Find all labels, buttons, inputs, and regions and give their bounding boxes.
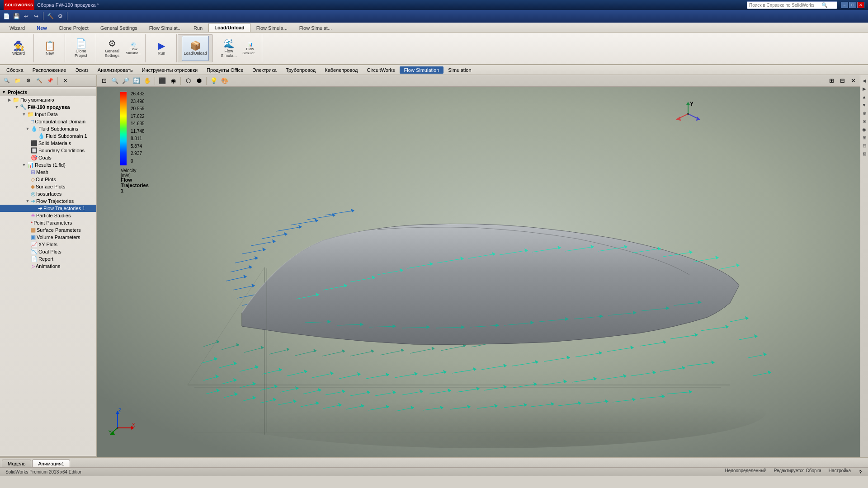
- tree-item-compdomain[interactable]: □ Computational Domain: [0, 118, 96, 125]
- tree-item-isosurfaces[interactable]: ◎ Isosurfaces: [0, 190, 96, 197]
- rotate-view[interactable]: 🔄: [132, 76, 142, 86]
- tab-flow-sim2[interactable]: Flow Simula...: [250, 23, 293, 32]
- redo-button[interactable]: ↪: [32, 12, 41, 21]
- view-orient[interactable]: ◉: [168, 76, 178, 86]
- right-panel-btn6[interactable]: ⊗: [861, 117, 868, 125]
- tree-item-boundary[interactable]: 🔲 Boundary Conditions: [0, 147, 96, 154]
- right-panel-btn1[interactable]: ◀: [861, 77, 868, 84]
- status-settings[interactable]: Настройка: [827, 468, 853, 476]
- load-unload-button[interactable]: 📦 Load/Unload: [182, 36, 209, 61]
- front-view[interactable]: ⬛: [157, 76, 167, 86]
- tree-toolbar-btn2[interactable]: 📁: [13, 76, 23, 86]
- tree-item-mesh[interactable]: ⊞ Mesh: [0, 169, 96, 176]
- help-button[interactable]: ?: [856, 468, 864, 476]
- right-panel-btn9[interactable]: ⊟: [861, 142, 868, 149]
- menu-circuit[interactable]: CircuitWorks: [362, 66, 399, 74]
- sw-logo[interactable]: SOLIDWORKS: [4, 0, 34, 10]
- tree-toolbar-btn4[interactable]: 🔨: [34, 76, 44, 86]
- general-settings-button[interactable]: ⚙ GeneralSettings: [101, 36, 123, 61]
- tree-toolbar-btn1[interactable]: 🔍: [2, 76, 12, 86]
- tree-item-volume-params[interactable]: ▣ Volume Parameters: [0, 234, 96, 241]
- pan-view[interactable]: ✋: [142, 76, 152, 86]
- zoom-out[interactable]: 🔎: [121, 76, 131, 86]
- menu-eskiz[interactable]: Эскиз: [71, 66, 93, 74]
- wizard-button[interactable]: 🧙 Wizard: [7, 36, 30, 61]
- menu-flow-sim[interactable]: Flow Simulation: [400, 66, 444, 74]
- close-button[interactable]: ✕: [857, 2, 864, 8]
- panel-splitter[interactable]: [0, 456, 96, 457]
- tab-model[interactable]: Модель: [2, 460, 31, 467]
- appearance-btn[interactable]: 🎨: [220, 76, 230, 86]
- tree-item-surface-plots[interactable]: ◆ Surface Plots: [0, 183, 96, 190]
- tab-load-unload[interactable]: Load/Unload: [208, 23, 250, 32]
- tree-close-btn[interactable]: ✕: [60, 76, 70, 86]
- tree-item-results[interactable]: ▼ 📊 Results (1.fld): [0, 161, 96, 169]
- tab-flow-sim3[interactable]: Flow Simulat...: [293, 23, 338, 32]
- tree-item-fluid-sub1[interactable]: 💧 Fluid Subdomain 1: [0, 132, 96, 140]
- tree-item-particle[interactable]: ✳ Particle Studies: [0, 212, 96, 219]
- new-project-button[interactable]: 📋 New: [38, 36, 61, 61]
- flow-simula-button[interactable]: 🌊 FlowSimula...: [217, 36, 240, 61]
- menu-sborka[interactable]: Сборка: [2, 66, 28, 74]
- flow-small-btn1[interactable]: 📊 Flow Simulat...: [242, 42, 258, 54]
- right-panel-btn3[interactable]: ▲: [861, 93, 868, 100]
- undo-button[interactable]: ↩: [22, 12, 31, 21]
- search-icon[interactable]: 🔍: [821, 2, 828, 8]
- tab-general[interactable]: General Settings: [94, 23, 143, 32]
- save-button[interactable]: 💾: [12, 12, 21, 21]
- viewport-3d[interactable]: 26.433 23.496 20.559 17.622 14.685 11.74…: [97, 87, 860, 457]
- tree-item-animations[interactable]: ▷ Animations: [0, 263, 96, 270]
- minimize-button[interactable]: −: [841, 2, 848, 8]
- tree-item-flow-traj1[interactable]: ➜ Flow Trajectories 1: [0, 205, 96, 212]
- rebuild-button[interactable]: 🔨: [46, 12, 55, 21]
- right-panel-btn7[interactable]: ◉: [861, 126, 868, 133]
- tree-item-solid-mat[interactable]: ⬛ Solid Materials: [0, 140, 96, 147]
- menu-kabel[interactable]: Кабелепровод: [320, 66, 362, 74]
- search-box[interactable]: 🔍: [747, 1, 837, 9]
- search-input[interactable]: [749, 3, 821, 8]
- tab-new[interactable]: New: [31, 23, 53, 32]
- tree-item-xy-plots[interactable]: 📈 XY Plots: [0, 241, 96, 248]
- menu-office[interactable]: Продукты Office: [202, 66, 248, 74]
- tree-toolbar-btn3[interactable]: ⚙: [24, 76, 33, 86]
- menu-simulation[interactable]: Simulation: [443, 66, 476, 74]
- tab-run[interactable]: Run: [188, 23, 208, 32]
- flow-sim-small-button[interactable]: 💨 Flow Simulat...: [125, 42, 142, 54]
- run-button[interactable]: ▶ Run: [150, 36, 173, 61]
- tree-item-goal-plots[interactable]: 📉 Goal Plots: [0, 248, 96, 255]
- tree-item-flow-traj[interactable]: ▼ ➜ Flow Trajectories: [0, 197, 96, 205]
- menu-raspolozh[interactable]: Расположение: [28, 66, 71, 74]
- viewport-split[interactable]: ⊟: [837, 76, 847, 86]
- tree-item-goals[interactable]: 🎯 Goals: [0, 154, 96, 161]
- tab-flow-sim[interactable]: Flow Simulat...: [143, 23, 188, 32]
- wireframe-btn[interactable]: ⬡: [183, 76, 193, 86]
- zoom-to-fit[interactable]: ⊡: [99, 76, 109, 86]
- tree-item-default[interactable]: ▶ 📁 По умолчанию: [0, 96, 96, 103]
- options-button[interactable]: ⚙: [56, 12, 65, 21]
- viewport-close[interactable]: ✕: [848, 76, 858, 86]
- right-panel-btn5[interactable]: ⊕: [861, 109, 868, 117]
- tree-item-fw190[interactable]: ▼ 🔧 FW-190 продувка: [0, 103, 96, 111]
- menu-tools[interactable]: Инструменты отрисовки: [137, 66, 202, 74]
- tab-clone[interactable]: Clone Project: [53, 23, 94, 32]
- tab-animation1[interactable]: Анимация1: [32, 460, 70, 467]
- menu-analiz[interactable]: Анализировать: [93, 66, 137, 74]
- viewport-maximize[interactable]: ⊞: [826, 76, 836, 86]
- tree-item-surface-params[interactable]: ▦ Surface Parameters: [0, 226, 96, 234]
- tab-wizard[interactable]: Wizard: [4, 23, 31, 32]
- menu-truba[interactable]: Трубопровод: [281, 66, 320, 74]
- right-panel-btn4[interactable]: ▼: [861, 101, 868, 108]
- maximize-button[interactable]: □: [849, 2, 856, 8]
- right-panel-btn10[interactable]: ⊠: [861, 150, 868, 157]
- zoom-in[interactable]: 🔍: [110, 76, 120, 86]
- tree-item-point-params[interactable]: • Point Parameters: [0, 219, 96, 226]
- clone-button[interactable]: 📄 CloneProject: [70, 36, 92, 61]
- menu-elektrika[interactable]: Электрика: [248, 66, 281, 74]
- tree-item-inputdata[interactable]: ▼ 📁 Input Data: [0, 111, 96, 118]
- tree-item-cut-plots[interactable]: ◇ Cut Plots: [0, 176, 96, 183]
- right-panel-btn8[interactable]: ⊞: [861, 134, 868, 141]
- tree-toolbar-btn5[interactable]: 📌: [45, 76, 55, 86]
- tree-item-report[interactable]: 📄 Report: [0, 255, 96, 263]
- tree-item-fluid-subdomains[interactable]: ▼ 💧 Fluid Subdomains: [0, 125, 96, 132]
- lights-btn[interactable]: 💡: [209, 76, 219, 86]
